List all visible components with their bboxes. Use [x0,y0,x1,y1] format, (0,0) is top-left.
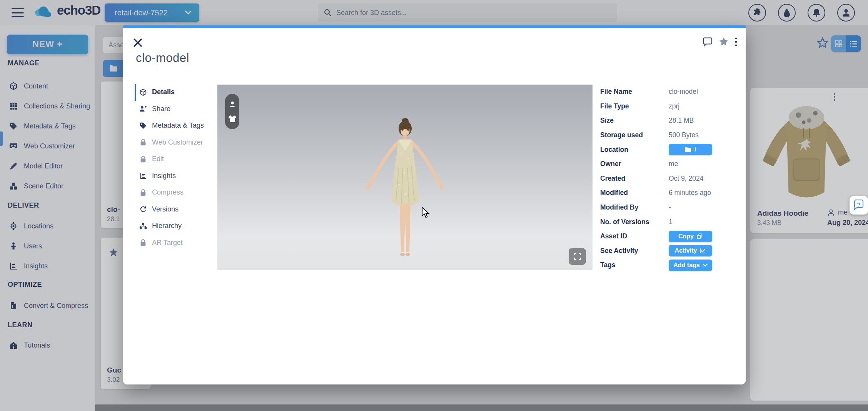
modal-title: clo-model [136,51,189,65]
chart-icon [139,172,147,180]
tab-ar-target[interactable]: AR Target [135,235,217,251]
tab-label: Web Customizer [152,138,203,146]
kebab-menu-icon[interactable] [735,37,737,47]
tab-insights[interactable]: Insights [135,168,217,185]
tab-compress[interactable]: Compress [135,184,217,201]
activity-button[interactable]: Activity [669,245,712,256]
lock-icon [139,189,147,196]
detail-row-created: Created Oct 9, 2024 [600,171,742,186]
help-button[interactable]: ? [850,196,868,215]
modified-value: 6 minutes ago [669,189,711,197]
tab-label: Insights [152,172,176,180]
fullscreen-icon[interactable] [569,248,586,265]
lock-icon [139,239,147,246]
detail-row-activity: See Activity Activity [600,244,742,258]
versions-value: 1 [669,218,673,226]
detail-row-asset-id: Asset ID Copy [600,229,742,244]
file-type-value: zprj [669,102,679,110]
created-value: Oct 9, 2024 [669,175,703,183]
avatar-3d-model [347,115,463,269]
owner-value: me [669,160,678,168]
viewer-toolbar [225,94,239,129]
versions-icon [139,205,147,213]
tab-label: Hierarchy [152,222,182,230]
modal-header-icons [703,37,737,47]
detail-row-file-name: File Name clo-model [600,85,742,99]
tab-label: AR Target [152,239,183,247]
tab-label: Metadata & Tags [152,121,204,130]
detail-row-storage: Storage used 500 Bytes [600,128,742,143]
mouse-cursor [421,207,431,218]
user-plus-icon [139,105,147,113]
size-value: 28.1 MB [669,116,694,125]
detail-row-size: Size 28.1 MB [600,113,742,128]
tab-label: Details [152,88,175,96]
detail-row-owner: Owner me [600,157,742,171]
activity-button-label: Activity [675,247,697,254]
detail-row-file-type: File Type zprj [600,99,742,114]
model-viewer[interactable] [217,85,593,270]
tab-label: Share [152,105,170,113]
tab-metadata-tags[interactable]: Metadata & Tags [135,117,217,134]
location-button-label: / [694,146,696,153]
close-icon[interactable] [132,37,144,49]
star-icon[interactable] [718,37,729,47]
lock-icon [139,155,147,163]
svg-text:?: ? [857,201,860,208]
tab-label: Compress [152,188,184,196]
storage-value: 500 Bytes [669,131,699,139]
detail-row-location: Location / [600,142,742,157]
tab-web-customizer[interactable]: Web Customizer [135,134,217,151]
tag-icon [139,122,147,130]
folder-icon [684,147,691,152]
tab-hierarchy[interactable]: Hierarchy [135,218,217,235]
tab-edit[interactable]: Edit [135,151,217,168]
chevron-down-icon [703,264,708,267]
modified-by-value: - [669,203,671,211]
activity-chart-icon [700,248,706,253]
modal-tab-list: Details Share Metadata & Tags Web Custom… [135,84,217,251]
app-root: echo3D retail-dew-7522 [0,0,868,411]
detail-row-modified-by: Modified By - [600,200,742,215]
copy-icon [697,233,703,239]
details-panel: File Name clo-model File Type zprj Size … [600,85,742,273]
detail-row-modified: Modified 6 minutes ago [600,186,742,200]
cube-icon [139,88,147,96]
tab-share[interactable]: Share [135,101,217,118]
detail-row-tags: Tags Add tags [600,258,742,273]
lock-icon [139,138,147,146]
hierarchy-icon [139,222,147,230]
file-name-value: clo-model [669,88,698,96]
avatar-toggle-icon[interactable] [229,100,236,108]
tab-label: Edit [152,155,164,163]
tab-versions[interactable]: Versions [135,201,217,218]
comment-icon[interactable] [703,37,713,47]
tab-details[interactable]: Details [135,84,217,101]
garment-toggle-icon[interactable] [228,115,237,123]
tab-label: Versions [152,205,179,213]
add-tags-button-label: Add tags [673,262,699,269]
detail-row-versions: No. of Versions 1 [600,215,742,229]
add-tags-button[interactable]: Add tags [669,260,712,271]
copy-asset-id-button[interactable]: Copy [669,231,712,242]
asset-details-modal: clo-model Details Share [123,25,746,384]
location-button[interactable]: / [669,144,712,155]
copy-button-label: Copy [678,233,694,240]
